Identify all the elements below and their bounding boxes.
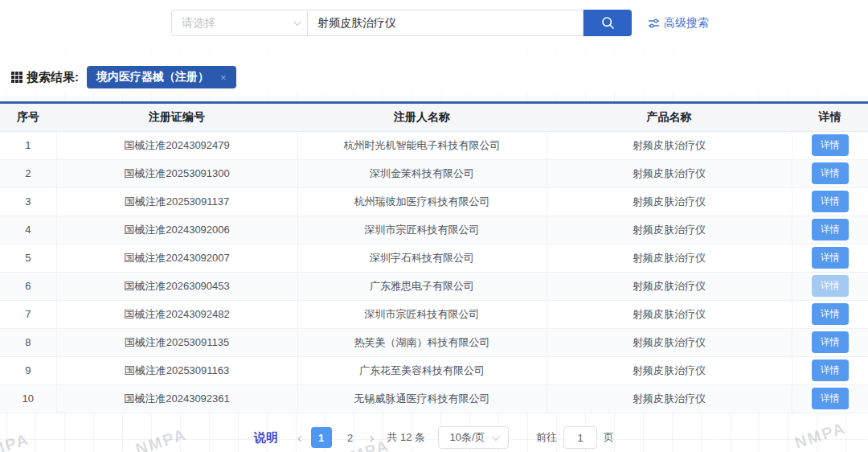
header-cert-number: 注册证编号 — [56, 104, 297, 131]
search-icon — [601, 16, 615, 30]
cell-product: 射频皮肤治疗仪 — [547, 187, 792, 216]
detail-button[interactable]: 详情 — [812, 360, 849, 381]
chevron-left-icon[interactable]: ‹ — [293, 431, 307, 445]
page-button-1[interactable]: 1 — [311, 427, 332, 448]
table-row: 7 国械注准20243092482 深圳市宗匠科技有限公司 射频皮肤治疗仪 详情 — [0, 300, 868, 328]
cell-index: 9 — [0, 356, 56, 384]
cell-detail: 详情 — [792, 159, 868, 187]
cell-index: 4 — [0, 216, 56, 244]
sliders-icon — [648, 18, 660, 29]
cell-registrant: 无锡威脉通医疗科技有限公司 — [297, 384, 547, 413]
cell-detail: 详情 — [792, 244, 868, 272]
cell-cert-number: 国械注准20253091135 — [56, 328, 297, 356]
results-label: 搜索结果: — [27, 70, 79, 85]
detail-button[interactable]: 详情 — [812, 247, 849, 269]
detail-button[interactable]: 详情 — [812, 191, 849, 212]
cell-index: 6 — [0, 272, 56, 300]
page-size-select[interactable]: 10条/页 — [438, 426, 509, 449]
cell-product: 射频皮肤治疗仪 — [547, 384, 792, 413]
goto-page-input[interactable] — [563, 426, 597, 449]
table-row: 6 国械注准20263090453 广东雅思电子有限公司 射频皮肤治疗仪 详情 — [0, 272, 868, 300]
cell-detail: 详情 — [792, 328, 868, 356]
table-row: 8 国械注准20253091135 热芙美（湖南）科技有限公司 射频皮肤治疗仪 … — [0, 328, 868, 356]
cell-registrant: 热芙美（湖南）科技有限公司 — [297, 328, 547, 356]
cell-cert-number: 国械注准20243092361 — [56, 384, 297, 413]
cell-index: 7 — [0, 300, 56, 328]
results-table: 序号 注册证编号 注册人名称 产品名称 详情 1 国械注准20243092479… — [0, 104, 868, 413]
cell-registrant: 杭州瑞彼加医疗科技有限公司 — [297, 187, 547, 216]
cell-registrant: 深圳宇石科技有限公司 — [297, 244, 547, 272]
cell-index: 3 — [0, 187, 56, 216]
cell-index: 10 — [0, 384, 56, 413]
header-index: 序号 — [0, 104, 56, 131]
table-row: 2 国械注准20253091300 深圳金茉科技有限公司 射频皮肤治疗仪 详情 — [0, 159, 868, 187]
table-row: 9 国械注准20253091163 广东花至美容科技有限公司 射频皮肤治疗仪 详… — [0, 356, 868, 384]
cell-cert-number: 国械注准20253091300 — [56, 159, 297, 187]
page-button-2[interactable]: 2 — [340, 427, 361, 448]
cell-product: 射频皮肤治疗仪 — [547, 356, 792, 384]
header-product: 产品名称 — [547, 104, 792, 131]
note-link[interactable]: 说明 — [254, 430, 278, 446]
goto-prefix-label: 前往 — [536, 430, 557, 445]
chevron-down-icon — [492, 433, 500, 441]
goto-suffix-label: 页 — [604, 430, 614, 445]
table-row: 4 国械注准20243092006 深圳市宗匠科技有限公司 射频皮肤治疗仪 详情 — [0, 216, 868, 244]
detail-button[interactable]: 详情 — [812, 331, 849, 353]
cell-detail: 详情 — [792, 272, 868, 300]
cell-detail: 详情 — [792, 356, 868, 384]
chevron-down-icon — [293, 18, 301, 26]
table-header-row: 序号 注册证编号 注册人名称 产品名称 详情 — [0, 104, 868, 131]
cell-cert-number: 国械注准20243092482 — [56, 300, 297, 328]
cell-product: 射频皮肤治疗仪 — [547, 131, 792, 159]
cell-detail: 详情 — [792, 131, 868, 159]
cell-index: 5 — [0, 244, 56, 272]
detail-button[interactable]: 详情 — [812, 388, 849, 409]
table-row: 1 国械注准20243092479 杭州时光机智能电子科技有限公司 射频皮肤治疗… — [0, 131, 868, 159]
search-input[interactable] — [307, 10, 583, 36]
cell-product: 射频皮肤治疗仪 — [547, 244, 792, 272]
pagination-bar: 说明 ‹ 1 2 › 共 12 条 10条/页 前往 页 — [0, 425, 868, 450]
result-type-tag-label: 境内医疗器械（注册） — [96, 70, 209, 84]
cell-product: 射频皮肤治疗仪 — [547, 216, 792, 244]
cell-index: 1 — [0, 131, 56, 159]
search-bar: 请选择 高级搜索 — [171, 10, 709, 36]
cell-registrant: 杭州时光机智能电子科技有限公司 — [297, 131, 547, 159]
page-size-value: 10条/页 — [449, 430, 485, 445]
detail-button[interactable]: 详情 — [812, 219, 849, 240]
cell-product: 射频皮肤治疗仪 — [547, 159, 792, 187]
cell-index: 2 — [0, 159, 56, 187]
close-icon[interactable]: × — [220, 72, 227, 84]
cell-product: 射频皮肤治疗仪 — [547, 300, 792, 328]
search-button[interactable] — [583, 10, 632, 36]
detail-button[interactable]: 详情 — [812, 162, 849, 184]
detail-button[interactable]: 详情 — [812, 275, 849, 297]
cell-detail: 详情 — [792, 187, 868, 216]
cell-registrant: 广东雅思电子有限公司 — [297, 272, 547, 300]
cell-cert-number: 国械注准20243092006 — [56, 216, 297, 244]
nmpa-search-results-page: 请选择 高级搜索 — [0, 0, 868, 452]
cell-product: 射频皮肤治疗仪 — [547, 272, 792, 300]
cell-cert-number: 国械注准20243092007 — [56, 244, 297, 272]
category-select-placeholder: 请选择 — [182, 16, 215, 31]
category-select[interactable]: 请选择 — [171, 10, 308, 36]
header-detail: 详情 — [792, 104, 868, 131]
table-row: 10 国械注准20243092361 无锡威脉通医疗科技有限公司 射频皮肤治疗仪… — [0, 384, 868, 413]
advanced-search-label: 高级搜索 — [664, 16, 709, 31]
cell-registrant: 深圳金茉科技有限公司 — [297, 159, 547, 187]
detail-button[interactable]: 详情 — [812, 303, 849, 325]
cell-detail: 详情 — [792, 216, 868, 244]
cell-cert-number: 国械注准20253091163 — [56, 356, 297, 384]
advanced-search-link[interactable]: 高级搜索 — [648, 10, 709, 36]
cell-registrant: 深圳市宗匠科技有限公司 — [297, 300, 547, 328]
cell-cert-number: 国械注准20263090453 — [56, 272, 297, 300]
table-row: 5 国械注准20243092007 深圳宇石科技有限公司 射频皮肤治疗仪 详情 — [0, 244, 868, 272]
header-registrant: 注册人名称 — [297, 104, 547, 131]
table-row: 3 国械注准20253091137 杭州瑞彼加医疗科技有限公司 射频皮肤治疗仪 … — [0, 187, 868, 216]
grid-icon — [11, 72, 23, 83]
result-type-tag[interactable]: 境内医疗器械（注册） × — [87, 66, 236, 88]
detail-button[interactable]: 详情 — [812, 134, 849, 156]
cell-registrant: 广东花至美容科技有限公司 — [297, 356, 547, 384]
chevron-right-icon[interactable]: › — [365, 431, 379, 445]
results-row: 搜索结果: 境内医疗器械（注册） × — [11, 66, 236, 88]
cell-cert-number: 国械注准20243092479 — [56, 131, 297, 159]
